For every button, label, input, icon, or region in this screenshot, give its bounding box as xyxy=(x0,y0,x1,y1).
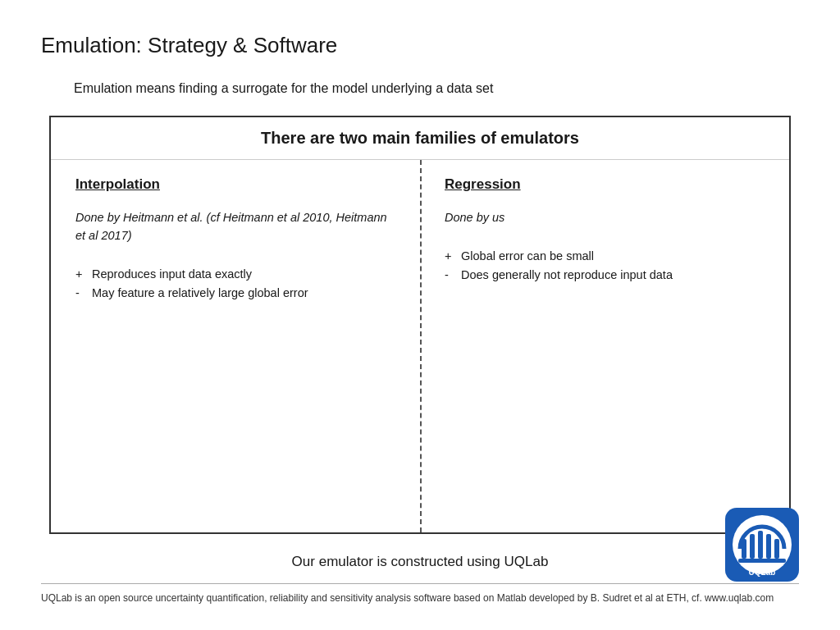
interpolation-bullet-text-1: Reproduces input data exactly xyxy=(92,265,252,284)
regression-bullets: + Global error can be small - Does gener… xyxy=(445,247,765,285)
column-divider xyxy=(420,160,422,532)
interpolation-column: Interpolation Done by Heitmann et al. (c… xyxy=(51,160,420,532)
svg-text:UQLab: UQLab xyxy=(749,568,776,577)
interpolation-bullet-2: - May feature a relatively large global … xyxy=(75,284,395,303)
regression-bullet-text-1: Global error can be small xyxy=(461,247,594,266)
regression-italic: Done by us xyxy=(445,209,765,227)
interpolation-bullets: + Reproduces input data exactly - May fe… xyxy=(75,265,395,303)
uqlab-row: Our emulator is constructed using UQLab xyxy=(41,554,799,570)
uqlab-logo: UQLab xyxy=(725,508,799,582)
footer-text: UQLab is an open source uncertainty quan… xyxy=(41,584,799,605)
main-box: There are two main families of emulators… xyxy=(49,116,791,534)
regression-bullet-1: + Global error can be small xyxy=(445,247,765,266)
svg-rect-7 xyxy=(738,559,786,563)
uqlab-logo-container: UQLab xyxy=(725,508,799,585)
page-title: Emulation: Strategy & Software xyxy=(41,33,799,58)
svg-rect-2 xyxy=(742,539,746,559)
svg-rect-6 xyxy=(774,539,779,559)
regression-bullet-2: - Does generally not reproduce input dat… xyxy=(445,266,765,285)
regression-bullet-text-2: Does generally not reproduce input data xyxy=(461,266,673,285)
interpolation-bullet-text-2: May feature a relatively large global er… xyxy=(92,284,308,303)
interpolation-bullet-1: + Reproduces input data exactly xyxy=(75,265,395,284)
subtitle-text: Emulation means finding a surrogate for … xyxy=(74,81,799,96)
svg-rect-3 xyxy=(750,534,755,559)
plus-symbol-2: + xyxy=(445,247,454,266)
page-container: Emulation: Strategy & Software Emulation… xyxy=(0,0,840,630)
svg-rect-5 xyxy=(766,534,771,559)
minus-symbol-1: - xyxy=(75,284,85,303)
plus-symbol-1: + xyxy=(75,265,85,284)
regression-heading: Regression xyxy=(445,176,765,193)
bottom-section: Our emulator is constructed using UQLab … xyxy=(41,554,799,605)
main-box-header: There are two main families of emulators xyxy=(51,117,789,160)
uqlab-text: Our emulator is constructed using UQLab xyxy=(66,554,774,570)
minus-symbol-2: - xyxy=(445,266,454,285)
svg-rect-4 xyxy=(758,531,763,559)
two-columns: Interpolation Done by Heitmann et al. (c… xyxy=(51,160,789,532)
regression-column: Regression Done by us + Global error can… xyxy=(420,160,789,532)
interpolation-italic: Done by Heitmann et al. (cf Heitmann et … xyxy=(75,209,395,245)
interpolation-heading: Interpolation xyxy=(75,176,395,193)
